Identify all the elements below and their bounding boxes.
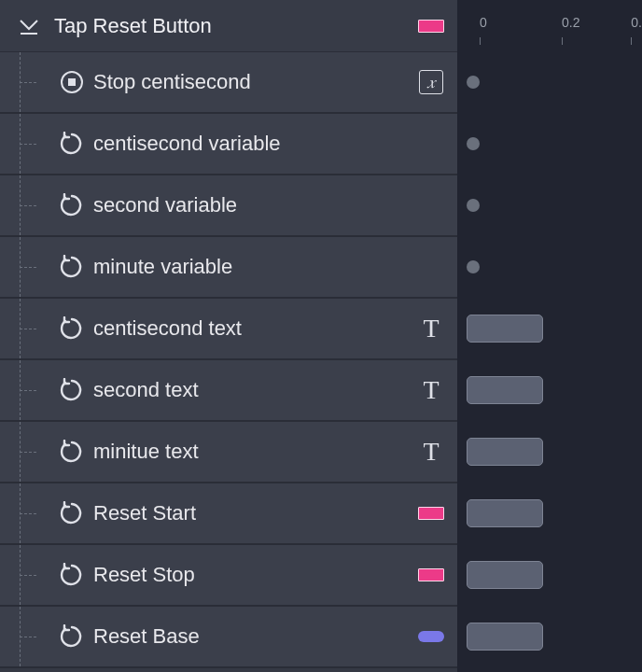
action-row[interactable]: second textT xyxy=(0,360,457,422)
reset-icon xyxy=(58,253,86,281)
timeline-row[interactable] xyxy=(457,175,642,237)
timeline-row[interactable] xyxy=(457,607,642,668)
tree-gutter xyxy=(0,237,58,297)
action-row[interactable]: Reset Stop xyxy=(0,545,457,607)
action-row[interactable]: Reset Base xyxy=(0,607,457,668)
tree-gutter xyxy=(0,299,58,358)
timeline-row[interactable] xyxy=(457,114,642,175)
tree-gutter xyxy=(0,360,58,420)
trigger-arrow-icon xyxy=(17,14,41,38)
tree-gutter xyxy=(0,114,58,174)
reset-icon xyxy=(58,376,86,404)
keyframe-dot[interactable] xyxy=(467,260,480,273)
trigger-header-row[interactable]: Tap Reset Button xyxy=(0,0,457,52)
text-badge: T xyxy=(418,315,444,342)
duration-bar[interactable] xyxy=(467,499,543,527)
reset-icon xyxy=(58,623,86,651)
action-label: centisecond text xyxy=(86,316,411,341)
action-label: minute variable xyxy=(86,255,444,279)
text-badge: T xyxy=(418,377,444,403)
action-row[interactable]: minitue textT xyxy=(0,422,457,483)
action-label: second text xyxy=(86,378,411,402)
timeline-row[interactable] xyxy=(457,483,642,545)
timeline-row[interactable] xyxy=(457,545,642,607)
layer-swatch-magenta xyxy=(418,562,444,588)
tree-gutter xyxy=(0,545,58,605)
tree-gutter xyxy=(0,607,58,666)
action-row[interactable]: centisecond textT xyxy=(0,299,457,360)
stop-icon xyxy=(58,68,86,96)
action-row[interactable]: second variable xyxy=(0,175,457,237)
reset-icon xyxy=(58,561,86,589)
layer-swatch-magenta xyxy=(418,500,444,526)
timeline-row[interactable] xyxy=(457,52,642,114)
action-row[interactable]: centisecond variable xyxy=(0,114,457,175)
tree-gutter xyxy=(0,483,58,543)
action-label: centisecond variable xyxy=(86,132,444,156)
timeline-row[interactable] xyxy=(457,299,642,360)
keyframe-dot[interactable] xyxy=(467,76,480,89)
keyframe-dot[interactable] xyxy=(467,199,480,212)
reset-icon xyxy=(58,130,86,158)
ruler-tick: 0. xyxy=(631,15,642,30)
duration-bar[interactable] xyxy=(467,623,543,651)
ruler-tick: 0 xyxy=(480,15,487,30)
action-label: Reset Stop xyxy=(86,563,411,587)
reset-icon xyxy=(58,499,86,527)
layer-swatch-magenta xyxy=(418,13,444,39)
layer-swatch-purple xyxy=(418,623,444,650)
action-label: Stop centisecond xyxy=(86,70,411,94)
timeline-row[interactable] xyxy=(457,360,642,422)
duration-bar[interactable] xyxy=(467,315,543,343)
action-label: second variable xyxy=(86,193,444,217)
duration-bar[interactable] xyxy=(467,376,543,404)
action-row[interactable]: Reset Start xyxy=(0,483,457,545)
timeline-row[interactable] xyxy=(457,237,642,299)
timeline-row[interactable] xyxy=(457,422,642,483)
action-row[interactable]: minute variable xyxy=(0,237,457,299)
action-row[interactable]: Stop centisecond𝑥 xyxy=(0,52,457,114)
timeline-ruler[interactable]: 00.20. xyxy=(457,0,642,52)
trigger-title: Tap Reset Button xyxy=(54,14,398,38)
reset-icon xyxy=(58,191,86,219)
tree-gutter xyxy=(0,175,58,235)
text-badge: T xyxy=(418,439,444,465)
keyframe-dot[interactable] xyxy=(467,137,480,150)
reset-icon xyxy=(58,315,86,343)
tree-gutter xyxy=(0,52,58,112)
tree-gutter xyxy=(0,422,58,482)
duration-bar[interactable] xyxy=(467,561,543,589)
duration-bar[interactable] xyxy=(467,438,543,466)
reset-icon xyxy=(58,438,86,466)
action-label: minitue text xyxy=(86,440,411,464)
action-label: Reset Start xyxy=(86,501,411,525)
variable-badge: 𝑥 xyxy=(418,69,444,95)
svg-rect-2 xyxy=(68,78,76,86)
ruler-tick: 0.2 xyxy=(562,15,579,30)
action-label: Reset Base xyxy=(86,624,411,649)
